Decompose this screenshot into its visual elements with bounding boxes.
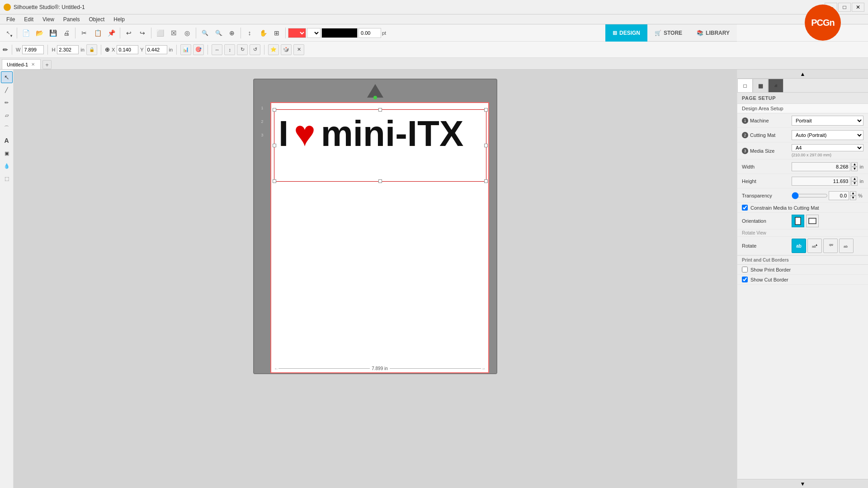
handle-bl[interactable] xyxy=(273,179,276,183)
flip-v-button[interactable]: ↕ xyxy=(224,44,235,55)
rotate-270-button[interactable]: ab xyxy=(839,239,854,253)
nav-design[interactable]: ⊞ DESIGN xyxy=(605,24,647,42)
constrain-media-checkbox[interactable] xyxy=(742,205,748,211)
handle-tr[interactable] xyxy=(484,108,488,112)
height-spinner[interactable]: ▲ ▼ xyxy=(851,177,858,186)
zoom-out-button[interactable]: 🔍- xyxy=(212,27,225,39)
print-button[interactable]: 🖨 xyxy=(60,27,73,39)
width-spinner[interactable]: ▲ ▼ xyxy=(851,162,858,171)
menu-object[interactable]: Object xyxy=(85,15,109,23)
select-toggle-button[interactable]: ☒ xyxy=(167,27,180,39)
nav-store[interactable]: 🛒 STORE xyxy=(647,24,689,42)
transform-button[interactable]: ⊞ xyxy=(270,27,283,39)
machine-row: 1 Machine Portrait Cameo 4 Portrait 3 xyxy=(737,113,868,128)
height-input[interactable] xyxy=(57,45,79,54)
new-button[interactable]: 📄 xyxy=(19,27,32,39)
tool-draw1[interactable]: ✏ xyxy=(1,97,13,108)
panel-scroll-down[interactable]: ▼ xyxy=(737,479,868,488)
menu-file[interactable]: File xyxy=(2,15,19,23)
cut-button[interactable]: ✂ xyxy=(78,27,90,39)
tool-text[interactable]: A xyxy=(1,135,13,146)
tab-untitled-1[interactable]: Untitled-1 ✕ xyxy=(2,59,41,69)
nav-library[interactable]: 📚 LIBRARY xyxy=(689,24,737,42)
move-button[interactable]: ↕ xyxy=(243,27,256,39)
pen-color-select[interactable] xyxy=(288,28,306,38)
handle-ml[interactable] xyxy=(273,144,276,147)
flip-h-button[interactable]: ↔ xyxy=(212,44,222,55)
menu-panels[interactable]: Panels xyxy=(59,15,85,23)
show-cut-border-checkbox[interactable] xyxy=(742,277,748,282)
zoom-in-button[interactable]: 🔍 xyxy=(198,27,211,39)
view-tab-dark[interactable]: ◾ xyxy=(768,79,783,92)
star-button[interactable]: ⭐ xyxy=(268,44,279,55)
tool-draw2[interactable]: ▱ xyxy=(1,109,13,121)
line-style-select[interactable] xyxy=(307,28,321,38)
x-input[interactable] xyxy=(117,45,138,54)
panel-scroll-up[interactable]: ▲ xyxy=(737,70,868,79)
tab-add-button[interactable]: + xyxy=(42,60,52,69)
select-mode-button[interactable]: ◎ xyxy=(181,27,193,39)
handle-tl[interactable] xyxy=(273,108,276,112)
transparency-slider[interactable] xyxy=(792,192,828,199)
orientation-landscape-button[interactable] xyxy=(806,215,819,227)
lock-aspect-button[interactable]: 🔒 xyxy=(86,44,97,55)
copy-button[interactable]: 📋 xyxy=(91,27,104,39)
view-tab-grid[interactable]: ▦ xyxy=(753,79,768,92)
y-input[interactable] xyxy=(146,45,167,54)
menu-edit[interactable]: Edit xyxy=(19,15,38,23)
rotate-180-button[interactable]: ab xyxy=(823,239,838,253)
height-up-btn[interactable]: ▲ xyxy=(851,177,858,181)
select-all-button[interactable]: ⬜ xyxy=(154,27,166,39)
orientation-portrait-button[interactable] xyxy=(792,215,804,227)
tool-select[interactable]: ↖ xyxy=(1,71,13,83)
tool-eyedropper[interactable]: 💧 xyxy=(1,160,13,172)
handle-tc[interactable] xyxy=(378,108,382,112)
media-size-dropdown[interactable]: A4 Letter A3 Custom xyxy=(792,144,863,151)
rotate-ccw-button[interactable]: ↺ xyxy=(250,44,260,55)
open-button[interactable]: 📂 xyxy=(33,27,46,39)
menu-view[interactable]: View xyxy=(38,15,59,23)
height-down-btn[interactable]: ▼ xyxy=(851,181,858,186)
transparency-up-btn[interactable]: ▲ xyxy=(850,191,856,196)
cutting-mat-dropdown[interactable]: Auto (Portrait) 12x12 12x24 None xyxy=(792,130,863,140)
undo-button[interactable]: ↩ xyxy=(123,27,135,39)
canvas-area[interactable]: 123 xyxy=(14,70,737,488)
tool-draw3[interactable]: ⌒ xyxy=(1,122,13,134)
tool-fill[interactable]: ▣ xyxy=(1,147,13,159)
width-up-btn[interactable]: ▲ xyxy=(851,162,858,167)
align-center-button[interactable]: 🎯 xyxy=(193,44,204,55)
handle-bc[interactable] xyxy=(378,179,382,183)
handle-br[interactable] xyxy=(484,179,488,183)
close-shape-button[interactable]: ✕ xyxy=(293,44,304,55)
align-left-button[interactable]: 📊 xyxy=(180,44,191,55)
rotate-90-button[interactable]: ab xyxy=(807,239,822,253)
view-tab-single[interactable]: □ xyxy=(737,79,753,92)
maximize-button[interactable]: □ xyxy=(838,3,851,12)
width-input[interactable] xyxy=(22,45,44,54)
machine-dropdown[interactable]: Portrait Cameo 4 Portrait 3 xyxy=(792,116,863,126)
tool-eraser[interactable]: ⬚ xyxy=(1,173,13,184)
transparency-spinner[interactable]: ▲ ▼ xyxy=(850,191,856,200)
transparency-field[interactable] xyxy=(829,191,849,200)
line-type-select[interactable] xyxy=(321,28,358,38)
height-field[interactable] xyxy=(792,177,850,186)
width-down-btn[interactable]: ▼ xyxy=(851,167,858,171)
zoom-fit-button[interactable]: ⊕ xyxy=(226,27,238,39)
handle-mr[interactable] xyxy=(484,144,488,147)
redo-button[interactable]: ↪ xyxy=(136,27,149,39)
pan-button[interactable]: ✋ xyxy=(257,27,269,39)
tool-select-arrow[interactable]: ↖ ▼ xyxy=(2,27,14,39)
rotate-normal-button[interactable]: ab xyxy=(792,239,806,253)
line-width-input[interactable] xyxy=(359,28,381,38)
tool-line[interactable]: ╱ xyxy=(1,84,13,96)
paste-button[interactable]: 📌 xyxy=(105,27,118,39)
transparency-down-btn[interactable]: ▼ xyxy=(850,196,856,200)
tab-close-button[interactable]: ✕ xyxy=(30,62,36,67)
width-field[interactable] xyxy=(792,162,850,171)
save-button[interactable]: 💾 xyxy=(47,27,59,39)
show-print-border-checkbox[interactable] xyxy=(742,267,748,272)
menu-help[interactable]: Help xyxy=(109,15,129,23)
close-button[interactable]: ✕ xyxy=(852,3,864,12)
rotate-90-button[interactable]: ↻ xyxy=(237,44,248,55)
3d-button[interactable]: 🎲 xyxy=(281,44,292,55)
